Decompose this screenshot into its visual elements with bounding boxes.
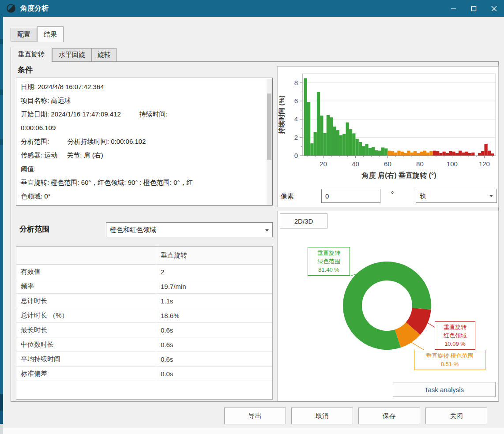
- degree-unit-label: °: [391, 191, 394, 198]
- subtab-vertical-rotation[interactable]: 垂直旋转: [11, 47, 52, 62]
- conditions-text: 日期: 2024/4/8 16:07:42.364项目名称: 高远球开始日期: …: [21, 80, 263, 206]
- svg-text:0: 0: [294, 152, 298, 159]
- close-dialog-button-label: 关闭: [450, 412, 463, 420]
- title-bar[interactable]: 角度分析: [0, 0, 504, 17]
- stat-value-cell: 0.6s: [156, 352, 273, 367]
- background-window-edge: [0, 17, 3, 434]
- save-button[interactable]: 保存: [358, 408, 420, 424]
- donut-label-green-pct: 81.40 %: [310, 266, 348, 274]
- subtab-horizontal-rotation[interactable]: 水平回旋: [52, 48, 92, 62]
- table-row[interactable]: 有效值2: [16, 265, 272, 279]
- stat-value-cell: 18.6%: [156, 308, 273, 323]
- table-header-row: 垂直旋转: [16, 247, 272, 265]
- trace-dropdown-value: 轨: [420, 192, 426, 200]
- conditions-scrollbar-thumb[interactable]: [267, 94, 271, 160]
- donut-leader-line: [411, 342, 424, 350]
- condition-line: 垂直旋转: 橙色范围: 60°，红色领域: 90° : 橙色范围: 0°，红: [21, 176, 263, 189]
- chevron-down-icon: [489, 195, 493, 197]
- donut-label-green-line2: 绿色范围: [310, 257, 348, 266]
- stat-label-cell: 频率: [16, 279, 156, 294]
- donut-label-orange-pct: 8.51 %: [416, 360, 483, 368]
- donut-label-green: 垂直旋转 绿色范围 81.40 %: [308, 247, 350, 276]
- histogram-xlabel: 角度 肩(右) 垂直旋转 (°): [361, 171, 436, 179]
- stat-value-cell: 0.6s: [156, 337, 273, 352]
- subtab-vertical-rotation-label: 垂直旋转: [18, 50, 45, 59]
- donut-label-red-line1: 垂直旋转: [437, 323, 473, 331]
- stats-table-container: 垂直旋转 有效值2频率19.7/min总计时长1.1s总计时长 （%）18.6%…: [16, 246, 273, 400]
- svg-text:8: 8: [294, 79, 298, 86]
- condition-line: 分析范围: 分析持续时间: 0:00:06.102: [21, 135, 263, 148]
- table-row[interactable]: 总计时长1.1s: [16, 294, 272, 308]
- stat-label-cell: 平均持续时间: [16, 352, 156, 367]
- analysis-range-value: 橙色和红色领域: [110, 226, 156, 234]
- stats-table: 垂直旋转 有效值2频率19.7/min总计时长1.1s总计时长 （%）18.6%…: [16, 247, 272, 381]
- window-bottom-strip: [3, 428, 504, 434]
- stat-value-cell: 2: [156, 265, 273, 279]
- condition-line: 日期: 2024/4/8 16:07:42.364: [21, 80, 263, 94]
- subtab-horizontal-rotation-label: 水平回旋: [59, 51, 85, 59]
- stat-value-cell: 19.7/min: [156, 279, 273, 294]
- table-header-empty: [16, 247, 156, 265]
- task-analysis-label: Task analysis: [425, 386, 464, 393]
- stat-label-cell: 总计时长: [16, 294, 156, 308]
- analysis-range-label: 分析范围: [19, 224, 49, 234]
- trace-dropdown[interactable]: 轨: [416, 189, 497, 203]
- svg-text:80: 80: [416, 160, 424, 168]
- stat-label-cell: 标准偏差: [16, 367, 156, 381]
- window-title: 角度分析: [20, 4, 49, 13]
- table-header-vertical-rotation: 垂直旋转: [156, 247, 273, 265]
- minimize-button[interactable]: [443, 0, 463, 17]
- condition-line: 水平内旋: 橙色范围: 70°, 红色领域: 90° 水平外旋:: [21, 203, 263, 206]
- tab-config[interactable]: 配置: [11, 28, 37, 41]
- donut-chart: [277, 211, 499, 401]
- task-analysis-button[interactable]: Task analysis: [393, 382, 496, 397]
- donut-leader-line: [428, 323, 435, 327]
- tab-config-label: 配置: [17, 30, 30, 39]
- conditions-scrollbar[interactable]: [267, 79, 272, 205]
- subtab-rotation[interactable]: 旋转: [92, 48, 117, 62]
- minimize-icon: [451, 6, 456, 11]
- table-row[interactable]: 标准偏差0.0s: [16, 367, 272, 381]
- stat-label-cell: 总计时长 （%）: [16, 308, 156, 323]
- cancel-button[interactable]: 取消: [291, 408, 353, 424]
- close-dialog-button[interactable]: 关闭: [425, 408, 487, 424]
- subtab-rotation-label: 旋转: [98, 51, 111, 59]
- conditions-heading: 条件: [18, 65, 33, 75]
- stat-value-cell: 0.0s: [156, 367, 273, 381]
- pixel-input[interactable]: [321, 189, 380, 203]
- chevron-down-icon: [265, 229, 269, 232]
- pixel-label: 像素: [281, 192, 294, 201]
- app-icon: [6, 4, 16, 13]
- tab-results[interactable]: 结果: [37, 26, 64, 42]
- histogram-chart: 0246820406080100120角度 肩(右) 垂直旋转 (°)持续时间 …: [278, 67, 498, 187]
- close-icon: [491, 6, 497, 11]
- maximize-icon: [471, 6, 477, 11]
- close-button[interactable]: [484, 0, 504, 17]
- table-row[interactable]: 平均持续时间0.6s: [16, 352, 272, 367]
- condition-line: 色领域: 0°: [21, 189, 263, 203]
- maximize-button[interactable]: [463, 0, 484, 17]
- table-row[interactable]: 中位数时长0.6s: [16, 337, 272, 352]
- analysis-range-dropdown[interactable]: 橙色和红色领域: [106, 222, 273, 237]
- tab-results-label: 结果: [44, 30, 57, 39]
- table-row[interactable]: 总计时长 （%）18.6%: [16, 308, 272, 323]
- export-button[interactable]: 导出: [224, 408, 286, 424]
- donut-label-red-pct: 10.09 %: [437, 340, 473, 348]
- condition-line: 项目名称: 高远球: [21, 94, 263, 107]
- svg-text:60: 60: [384, 160, 391, 168]
- svg-text:40: 40: [352, 160, 359, 168]
- condition-line: 传感器: 运动 关节: 肩 (右): [21, 148, 263, 162]
- stat-label-cell: 有效值: [16, 265, 156, 279]
- svg-text:2: 2: [294, 134, 298, 141]
- svg-text:20: 20: [320, 160, 327, 168]
- conditions-textbox[interactable]: 日期: 2024/4/8 16:07:42.364项目名称: 高远球开始日期: …: [16, 78, 273, 206]
- stat-label-cell: 中位数时长: [16, 337, 156, 352]
- svg-text:4: 4: [294, 115, 298, 123]
- table-row[interactable]: 最长时长0.6s: [16, 323, 272, 337]
- stat-value-cell: 0.6s: [156, 323, 273, 337]
- donut-label-orange-line1: 垂直旋转 橙色范围: [416, 352, 483, 360]
- cancel-button-label: 取消: [316, 412, 329, 420]
- table-row[interactable]: 频率19.7/min: [16, 279, 272, 294]
- donut-label-green-line1: 垂直旋转: [310, 249, 348, 257]
- stat-label-cell: 最长时长: [16, 323, 156, 337]
